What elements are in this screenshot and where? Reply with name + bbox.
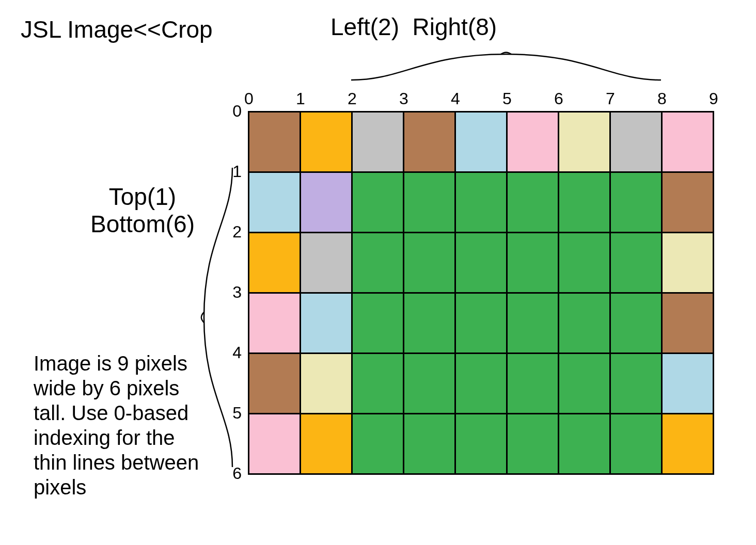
column-range-label: Left(2) Right(8) — [330, 13, 497, 41]
grid-cell — [301, 172, 352, 233]
col-header: 3 — [393, 89, 414, 108]
grid-cell — [404, 414, 455, 474]
grid-cell — [662, 172, 714, 233]
grid-cell — [662, 233, 714, 293]
grid-cell — [662, 112, 714, 172]
brace-top-icon — [351, 49, 661, 85]
grid-cell — [352, 354, 404, 414]
pixel-grid-chart: 0123456789 0123456 — [248, 111, 714, 475]
row-range-label: Top(1) Bottom(6) — [90, 183, 195, 238]
grid-cell — [301, 112, 352, 172]
grid-cell — [455, 293, 507, 354]
grid-cell — [610, 293, 662, 354]
grid-cell — [301, 354, 352, 414]
grid-cell — [559, 354, 610, 414]
grid-cell — [404, 112, 455, 172]
grid-cell — [610, 414, 662, 474]
grid-cell — [559, 414, 610, 474]
grid-cell — [455, 112, 507, 172]
grid-cell — [559, 233, 610, 293]
page-title: JSL Image<<Crop — [21, 15, 213, 43]
explanation-text: Image is 9 pixels wide by 6 pixels tall.… — [34, 351, 209, 500]
grid-cell — [610, 172, 662, 233]
grid-cell — [404, 233, 455, 293]
grid-cell — [249, 293, 301, 354]
row-range-top: Top(1) — [90, 183, 195, 211]
grid-cell — [662, 354, 714, 414]
grid-cell — [249, 354, 301, 414]
grid-cell — [559, 293, 610, 354]
grid-cell — [507, 112, 559, 172]
row-header: 3 — [221, 283, 242, 302]
grid-cell — [559, 112, 610, 172]
row-header: 6 — [221, 464, 242, 483]
grid-cell — [662, 293, 714, 354]
col-header: 6 — [548, 89, 569, 108]
pixel-grid — [248, 111, 714, 475]
grid-cell — [352, 112, 404, 172]
grid-cell — [301, 414, 352, 474]
grid-cell — [507, 172, 559, 233]
row-header: 4 — [221, 343, 242, 362]
col-header: 0 — [239, 89, 259, 108]
grid-cell — [352, 233, 404, 293]
row-header: 1 — [221, 162, 242, 181]
grid-cell — [352, 172, 404, 233]
grid-cell — [610, 112, 662, 172]
grid-cell — [455, 233, 507, 293]
grid-cell — [559, 172, 610, 233]
col-header: 9 — [703, 89, 724, 108]
grid-cell — [249, 233, 301, 293]
grid-cell — [610, 354, 662, 414]
row-header: 5 — [221, 404, 242, 423]
col-header: 4 — [445, 89, 466, 108]
grid-cell — [404, 172, 455, 233]
col-header: 7 — [600, 89, 621, 108]
col-header: 2 — [342, 89, 363, 108]
grid-cell — [455, 414, 507, 474]
grid-cell — [404, 354, 455, 414]
grid-cell — [404, 293, 455, 354]
grid-cell — [249, 414, 301, 474]
col-header: 1 — [290, 89, 311, 108]
col-header: 5 — [497, 89, 517, 108]
grid-cell — [352, 414, 404, 474]
grid-cell — [249, 172, 301, 233]
grid-cell — [507, 293, 559, 354]
grid-cell — [455, 172, 507, 233]
grid-cell — [352, 293, 404, 354]
grid-cell — [301, 233, 352, 293]
row-header: 0 — [221, 102, 242, 121]
grid-cell — [507, 354, 559, 414]
row-range-bottom: Bottom(6) — [90, 211, 195, 238]
grid-cell — [455, 354, 507, 414]
grid-cell — [662, 414, 714, 474]
grid-cell — [507, 233, 559, 293]
grid-cell — [301, 293, 352, 354]
grid-cell — [249, 112, 301, 172]
row-header: 2 — [221, 222, 242, 242]
grid-cell — [507, 414, 559, 474]
col-header: 8 — [652, 89, 672, 108]
grid-cell — [610, 233, 662, 293]
